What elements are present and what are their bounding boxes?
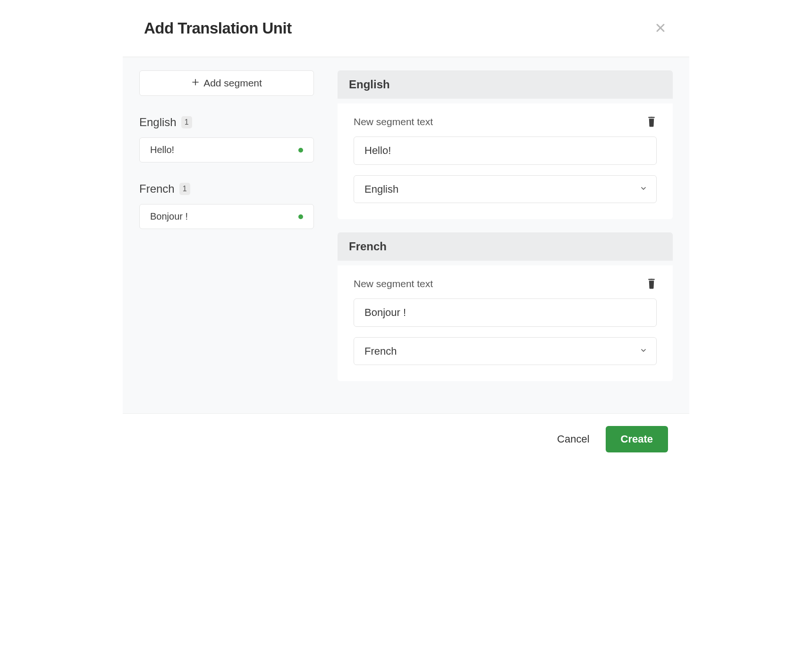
trash-icon — [647, 117, 656, 127]
modal-header: Add Translation Unit — [123, 0, 689, 57]
panel-body-top: New segment text — [354, 278, 657, 290]
sidebar-group-french: French 1 Bonjour ! — [139, 182, 314, 229]
panel-header: French — [338, 232, 673, 261]
panel-body: New segment text — [338, 103, 673, 219]
count-badge: 1 — [179, 183, 190, 195]
sidebar-group-header: French 1 — [139, 182, 314, 196]
status-dot-icon — [298, 214, 303, 219]
sidebar-group-label: English — [139, 116, 177, 129]
panel-body: New segment text — [338, 265, 673, 381]
sidebar-group-header: English 1 — [139, 116, 314, 129]
language-select[interactable]: French — [354, 337, 657, 365]
panel-english: English New segment text — [338, 70, 673, 219]
segment-card[interactable]: Hello! — [139, 137, 314, 162]
add-segment-button[interactable]: Add segment — [139, 70, 314, 96]
segment-text-input[interactable] — [354, 136, 657, 165]
cancel-button[interactable]: Cancel — [557, 433, 589, 445]
delete-segment-button[interactable] — [646, 116, 657, 128]
segment-text-label: New segment text — [354, 278, 433, 289]
segment-text-input[interactable] — [354, 298, 657, 327]
add-translation-unit-modal: Add Translation Unit Add segment — [123, 0, 689, 465]
sidebar-group-english: English 1 Hello! — [139, 116, 314, 162]
panel-body-top: New segment text — [354, 116, 657, 128]
svg-rect-5 — [651, 117, 653, 117]
sidebar: Add segment English 1 Hello! French 1 — [139, 70, 314, 394]
segment-text-label: New segment text — [354, 116, 433, 128]
modal-footer: Cancel Create — [123, 413, 689, 465]
segment-card-text: Bonjour ! — [150, 211, 188, 222]
add-segment-label: Add segment — [203, 77, 262, 89]
sidebar-group-label: French — [139, 182, 175, 196]
panel-header: English — [338, 70, 673, 99]
status-dot-icon — [298, 148, 303, 153]
language-select-wrap: English — [354, 175, 657, 203]
close-button[interactable] — [653, 19, 668, 38]
trash-icon — [647, 279, 656, 289]
main-panels: English New segment text — [338, 70, 673, 394]
language-select-wrap: French — [354, 337, 657, 365]
panel-french: French New segment text — [338, 232, 673, 381]
svg-rect-4 — [648, 117, 655, 118]
segment-card-text: Hello! — [150, 145, 174, 155]
delete-segment-button[interactable] — [646, 278, 657, 290]
svg-rect-6 — [648, 279, 655, 280]
count-badge: 1 — [181, 116, 192, 128]
segment-card[interactable]: Bonjour ! — [139, 204, 314, 229]
plus-icon — [191, 78, 200, 88]
close-icon — [655, 20, 666, 37]
language-select[interactable]: English — [354, 175, 657, 203]
create-button[interactable]: Create — [606, 426, 668, 452]
modal-body: Add segment English 1 Hello! French 1 — [123, 57, 689, 413]
svg-rect-7 — [651, 279, 653, 279]
modal-title: Add Translation Unit — [144, 19, 292, 37]
